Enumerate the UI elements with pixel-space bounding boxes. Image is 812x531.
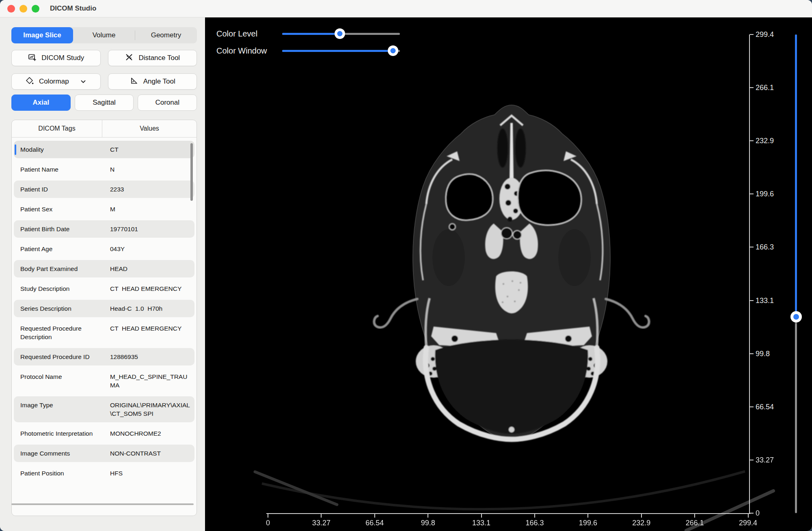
v-axis-tick — [750, 193, 754, 194]
h-axis-tick-label: 232.9 — [632, 519, 650, 527]
table-row[interactable]: Requested Procedure DescriptionCT HEAD E… — [14, 320, 194, 346]
colormap-icon — [25, 76, 34, 87]
table-row[interactable]: Patient ID2233 — [14, 181, 194, 198]
app-window: DICOM Studio Image Slice Volume Geometry — [0, 0, 812, 531]
distance-tool-button[interactable]: Distance Tool — [108, 50, 197, 66]
h-axis-tick-label: 99.8 — [421, 519, 435, 527]
v-axis-tick — [750, 140, 754, 141]
table-row[interactable]: Body Part ExaminedHEAD — [14, 260, 194, 277]
tab-volume[interactable]: Volume — [73, 27, 135, 43]
h-axis-tick-label: 66.54 — [365, 519, 384, 527]
v-axis-tick-label: 299.4 — [756, 30, 774, 39]
tag-cell: Body Part Examined — [14, 264, 100, 273]
h-axis-tick-label: 33.27 — [312, 519, 330, 527]
table-row[interactable]: Patient NameN — [14, 161, 194, 178]
screen: DICOM Studio Image Slice Volume Geometry — [0, 0, 812, 531]
v-axis-tick — [750, 406, 754, 407]
tag-cell: Patient Name — [14, 165, 100, 174]
tag-cell: Patient Birth Date — [14, 225, 100, 233]
distance-tool-icon — [125, 53, 134, 64]
h-axis-tick — [694, 514, 695, 518]
v-axis-tick-label: 266.1 — [756, 84, 774, 92]
table-row[interactable]: Study DescriptionCT HEAD EMERGENCY — [14, 280, 194, 297]
dicom-study-icon — [28, 53, 37, 64]
tag-cell: Requested Procedure Description — [14, 324, 100, 341]
tab-geometry[interactable]: Geometry — [135, 27, 197, 43]
header-dicom-tags: DICOM Tags — [12, 120, 102, 137]
h-axis-tick — [481, 514, 482, 518]
value-cell: HFS — [100, 469, 194, 477]
color-window-slider-handle[interactable] — [388, 45, 398, 56]
h-axis-tick — [641, 514, 642, 518]
ct-axial-image[interactable] — [365, 99, 658, 448]
orientation-sagittal-button[interactable]: Sagittal — [75, 95, 134, 111]
color-level-slider[interactable] — [282, 33, 400, 35]
tag-cell: Patient Age — [14, 245, 100, 253]
h-axis-tick — [587, 514, 588, 518]
angle-tool-label: Angle Tool — [143, 77, 175, 86]
value-cell: CT HEAD EMERGENCY — [100, 324, 194, 341]
table-row[interactable]: Patient Age043Y — [14, 240, 194, 258]
header-values: Values — [102, 120, 197, 137]
color-window-slider-fill — [282, 50, 393, 52]
table-row[interactable]: Photometric InterpretationMONOCHROME2 — [14, 425, 194, 442]
value-cell: HEAD — [100, 264, 194, 273]
color-window-slider[interactable] — [282, 50, 400, 52]
color-level-slider-handle[interactable] — [335, 28, 345, 39]
v-axis-tick-label: 66.54 — [756, 402, 774, 411]
tab-image-slice[interactable]: Image Slice — [11, 27, 73, 43]
dicom-study-button[interactable]: DICOM Study — [11, 50, 101, 66]
table-horizontal-scrollbar[interactable] — [11, 503, 194, 505]
v-axis-tick — [750, 460, 754, 460]
orientation-coronal-button[interactable]: Coronal — [138, 95, 197, 111]
table-row[interactable]: Patient PositionHFS — [14, 464, 194, 482]
value-cell: MONOCHROME2 — [100, 429, 194, 438]
tag-cell: Image Comments — [14, 449, 100, 458]
h-axis-tick — [321, 514, 322, 518]
tag-cell: Study Description — [14, 284, 100, 293]
v-axis-tick-label: 199.6 — [756, 190, 774, 198]
table-row[interactable]: Image CommentsNON-CONTRAST — [14, 445, 194, 462]
v-axis-tick — [750, 247, 754, 247]
close-window-button[interactable] — [7, 5, 15, 13]
table-row[interactable]: Image TypeORIGINAL\PRIMARY\AXIAL\CT_SOM5… — [14, 396, 194, 422]
colormap-button[interactable]: Colormap — [11, 73, 101, 90]
table-vertical-scrollbar[interactable] — [190, 143, 193, 201]
colormap-label: Colormap — [39, 77, 69, 86]
orientation-axial-button[interactable]: Axial — [11, 95, 71, 111]
sidebar: Image Slice Volume Geometry DICOM Study — [0, 17, 205, 531]
value-cell: Head-C 1.0 H70h — [100, 304, 194, 313]
h-axis-tick — [428, 514, 428, 518]
table-row[interactable]: Series DescriptionHead-C 1.0 H70h — [14, 300, 194, 317]
h-axis-tick — [748, 514, 749, 518]
tag-cell: Patient ID — [14, 185, 100, 193]
angle-tool-button[interactable]: Angle Tool — [108, 73, 197, 90]
h-axis-tick — [268, 514, 268, 518]
h-axis-tick-label: 299.4 — [739, 519, 757, 527]
value-cell: 19770101 — [100, 225, 194, 233]
table-row[interactable]: Patient SexM — [14, 200, 194, 218]
v-axis-tick-label: 232.9 — [756, 137, 774, 145]
minimize-window-button[interactable] — [19, 5, 27, 13]
table-row[interactable]: ModalityCT — [14, 141, 194, 158]
tag-cell: Modality — [14, 145, 100, 154]
value-cell: M_HEAD_C_SPINE_TRAUMA — [100, 372, 194, 389]
table-row[interactable]: Patient Birth Date19770101 — [14, 220, 194, 238]
h-axis-tick-label: 133.1 — [472, 519, 490, 527]
mode-tabs: Image Slice Volume Geometry — [11, 27, 197, 43]
table-row[interactable]: Protocol NameM_HEAD_C_SPINE_TRAUMA — [14, 368, 194, 394]
scanner-bed-arcs — [205, 447, 812, 531]
value-cell: CT HEAD EMERGENCY — [100, 284, 194, 293]
h-axis-tick-label: 266.1 — [686, 519, 704, 527]
v-axis-tick — [750, 300, 754, 301]
table-row[interactable]: Requested Procedure ID12886935 — [14, 348, 194, 365]
value-cell: ORIGINAL\PRIMARY\AXIAL\CT_SOM5 SPI — [100, 401, 194, 418]
zoom-window-button[interactable] — [32, 5, 39, 13]
dicom-study-label: DICOM Study — [41, 54, 84, 62]
angle-tool-icon — [130, 76, 138, 87]
slice-slider-handle[interactable] — [790, 311, 802, 322]
slice-slider-fill — [795, 34, 797, 317]
table-header: DICOM Tags Values — [12, 120, 197, 138]
image-viewport[interactable]: Color Level Color Window — [205, 17, 812, 531]
value-cell: 043Y — [100, 245, 194, 253]
